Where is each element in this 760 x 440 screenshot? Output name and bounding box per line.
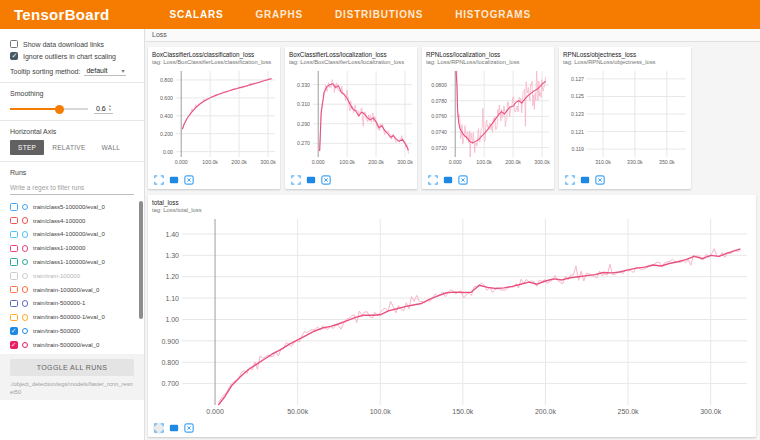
tab-histograms[interactable]: HISTOGRAMS [453,5,533,24]
svg-text:100.0k: 100.0k [339,159,355,165]
ignore-outliers-checkbox-row[interactable]: Ignore outliers in chart scaling [10,52,134,60]
svg-text:0.125: 0.125 [571,94,584,100]
svg-text:0.0760: 0.0760 [431,113,447,119]
svg-text:0.330: 0.330 [297,82,310,88]
run-row[interactable]: train/train-100000/eval_0 [10,283,144,297]
run-color-swatch-icon [22,231,29,238]
category-header-loss[interactable]: Loss [146,29,760,42]
run-checkbox[interactable] [10,327,18,335]
tab-graphs[interactable]: GRAPHS [253,5,305,24]
run-color-swatch-icon [22,204,29,211]
run-checkbox[interactable] [10,245,18,253]
svg-text:200.0k: 200.0k [535,408,557,415]
sidebar-footer: TOGGLE ALL RUNS ./object_detection/wgs/m… [0,354,144,400]
svg-text:100.0k: 100.0k [202,159,218,165]
svg-text:0.400: 0.400 [160,113,173,119]
pin-chart-icon[interactable] [594,175,605,186]
run-checkbox[interactable] [10,258,18,266]
smoothing-slider-knob[interactable] [55,105,64,114]
axis-wall-button[interactable]: WALL [94,140,129,155]
run-checkbox[interactable] [10,231,18,239]
run-row[interactable]: train/train-500000-1/eval_0 [10,310,144,324]
run-row[interactable]: train/class1-100000 [10,241,144,255]
chart-actions [426,172,552,187]
general-options-section: Show data download links Ignore outliers… [0,29,144,83]
run-row[interactable]: train/class1-100000/eval_0 [10,255,144,269]
resize-chart-icon[interactable] [442,175,453,186]
objectness-loss-chart[interactable]: 0.1270.1250.1230.1210.119310.0k330.0k350… [563,68,689,168]
total-loss-chart[interactable]: 1.401.301.201.101.000.9000.8000.7000.000… [152,216,750,416]
run-name: train/class4-100000/eval_0 [33,231,105,237]
show-download-links-checkbox-row[interactable]: Show data download links [10,40,134,48]
axis-relative-button[interactable]: RELATIVE [44,140,93,155]
run-checkbox[interactable] [10,217,18,225]
toggle-all-runs-button[interactable]: TOGGLE ALL RUNS [10,359,134,376]
smoothing-value-input[interactable]: 0.6 ▴▾ [94,104,113,114]
pin-chart-icon[interactable] [183,423,194,434]
run-row[interactable]: train/class5-100000/eval_0 [10,200,144,214]
tooltip-sorting-select[interactable]: default ▾ [84,66,126,76]
fullscreen-icon[interactable] [153,175,164,186]
pin-chart-icon[interactable] [183,175,194,186]
show-download-links-checkbox[interactable] [10,40,18,48]
svg-text:100.0k: 100.0k [476,159,492,165]
runs-filter-input[interactable]: Write a regex to filter runs [10,182,134,195]
chart-card-classification-loss: BoxClassifierLoss/classification_loss ta… [148,47,280,189]
run-row[interactable]: train/class4-100000/eval_0 [10,228,144,242]
fullscreen-icon[interactable] [290,175,301,186]
svg-text:0.119: 0.119 [571,146,584,152]
resize-chart-icon[interactable] [168,423,179,434]
pin-chart-icon[interactable] [320,175,331,186]
resize-chart-icon[interactable] [305,175,316,186]
chart-tag: tag: Loss/RPNLoss/localization_loss [426,59,552,66]
run-row[interactable]: train/train-500000-1 [10,297,144,311]
horizontal-axis-label: Horizontal Axis [10,128,134,135]
run-checkbox[interactable] [10,341,18,349]
axis-step-button[interactable]: STEP [10,140,44,155]
pin-chart-icon[interactable] [457,175,468,186]
svg-text:200.0k: 200.0k [231,159,247,165]
ignore-outliers-checkbox[interactable] [10,52,18,60]
runs-scrollbar[interactable] [139,201,143,319]
run-color-swatch-icon [22,342,29,349]
svg-text:0.310: 0.310 [297,101,310,107]
resize-chart-icon[interactable] [168,175,179,186]
fullscreen-icon[interactable] [427,175,438,186]
run-checkbox[interactable] [10,286,18,294]
run-row[interactable]: train/class4-100000 [10,214,144,228]
svg-text:0.200: 0.200 [160,131,173,137]
chart-title: RPNLoss/objectness_loss [563,51,689,59]
svg-text:0.00: 0.00 [163,149,173,155]
tab-distributions[interactable]: DISTRIBUTIONS [333,5,425,24]
run-row[interactable]: train/train-500000/eval_0 [10,338,144,352]
ignore-outliers-label: Ignore outliers in chart scaling [23,53,116,60]
resize-chart-icon[interactable] [579,175,590,186]
svg-text:100.0k: 100.0k [370,408,392,415]
classification-loss-chart[interactable]: 0.8000.6000.4000.2000.000.000100.0k200.0… [152,68,278,168]
logdir-path: ./object_detection/wgs/models/faster_rcn… [10,381,134,397]
run-checkbox[interactable] [10,203,18,211]
run-checkbox[interactable] [10,300,18,308]
run-name: train/train-100000 [33,273,80,279]
svg-text:0.123: 0.123 [571,111,584,117]
chart-title: total_loss [152,199,754,207]
fullscreen-icon[interactable] [153,423,164,434]
run-row[interactable]: train/train-500000 [10,324,144,338]
svg-text:0.127: 0.127 [571,76,584,82]
fullscreen-icon[interactable] [564,175,575,186]
svg-text:0.700: 0.700 [161,380,179,387]
box-localization-loss-chart[interactable]: 0.3300.3100.2900.2700.000100.0k200.0k300… [289,68,415,168]
svg-text:1.20: 1.20 [165,274,179,281]
run-checkbox[interactable] [10,314,18,322]
svg-text:300.0k: 300.0k [534,159,550,165]
run-row[interactable]: train/train-100000 [10,269,144,283]
rpn-localization-loss-chart[interactable]: 0.08000.07800.07600.07400.07200.000100.0… [426,68,552,168]
run-name: train/class5-100000/eval_0 [33,204,105,210]
svg-text:300.0k: 300.0k [260,159,276,165]
nav-tabs: SCALARS GRAPHS DISTRIBUTIONS HISTOGRAMS [168,5,533,24]
svg-text:350.0k: 350.0k [659,159,675,165]
smoothing-slider[interactable] [10,108,88,110]
tab-scalars[interactable]: SCALARS [168,5,226,24]
run-checkbox[interactable] [10,272,18,280]
stepper-arrows-icon[interactable]: ▴▾ [109,104,111,112]
